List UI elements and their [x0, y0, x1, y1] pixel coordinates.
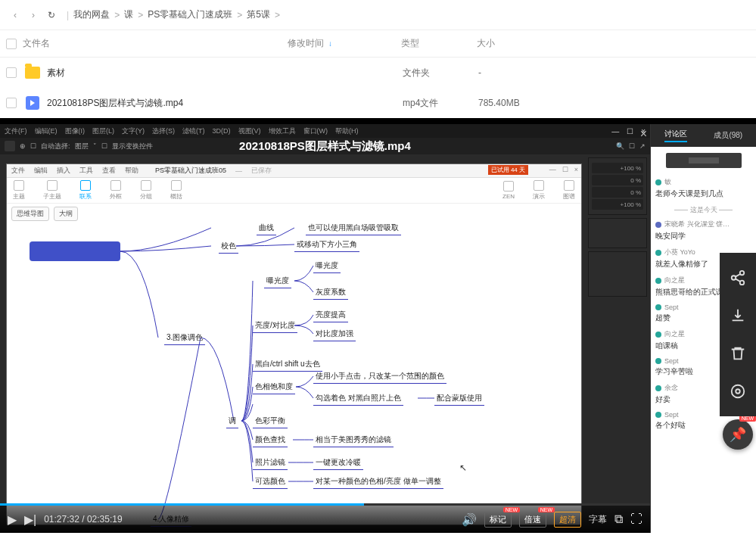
mindmap-node[interactable]: 3.图像调色	[164, 332, 205, 345]
file-name: 20210818PS图层样式与滤镜.mp4	[47, 97, 289, 110]
pip-button[interactable]: ⧉	[614, 512, 623, 526]
player-controls: ▶ ▶| 01:27:32 / 02:35:19 🔊 标记NEW 倍速NEW 超…	[0, 506, 650, 533]
chat-preview	[666, 153, 742, 168]
mindmap-node[interactable]: 对比度加强	[313, 328, 356, 341]
svg-point-1	[732, 276, 736, 280]
move-tool-icon[interactable]	[5, 141, 15, 151]
mindmap-node[interactable]: 灰度系数	[313, 287, 348, 300]
volume-button[interactable]: 🔊	[462, 512, 477, 527]
maximize-icon[interactable]: ☐	[562, 166, 568, 173]
more-button[interactable]	[720, 372, 756, 410]
sort-down-icon: ↓	[328, 39, 332, 48]
minimize-icon[interactable]: —	[549, 166, 556, 173]
mindmap-node[interactable]: 黑白/ctrl shift u去色	[253, 359, 322, 372]
minimize-icon[interactable]: —	[611, 127, 619, 135]
svg-line-4	[736, 279, 740, 282]
close-icon[interactable]: ×	[574, 166, 578, 173]
breadcrumb-item[interactable]: 第5课	[247, 8, 270, 21]
mindmap-node[interactable]: 勾选着色 对黑白照片上色	[313, 393, 403, 406]
ps-menubar: 文件(F)编辑(E)图像(I) 图层(L)文字(Y)选择(S) 滤镜(T)3D(…	[0, 124, 650, 138]
select-all-checkbox[interactable]	[6, 39, 17, 49]
mindmap-node[interactable]: 色彩平衡	[253, 416, 288, 428]
breadcrumb-item[interactable]: 我的网盘	[73, 8, 110, 21]
mindmap-node[interactable]: 相当于美图秀秀的滤镜	[313, 434, 394, 447]
row-checkbox[interactable]	[6, 67, 17, 78]
video-canvas[interactable]: × 文件(F)编辑(E)图像(I) 图层(L)文字(Y)选择(S) 滤镜(T)3…	[0, 124, 650, 533]
mindmap-node[interactable]: 色相饱和度	[253, 381, 295, 394]
breadcrumb: | 我的网盘> 课> PS零基础入门速成班> 第5课>	[67, 8, 280, 21]
vertical-toolbar	[720, 253, 756, 416]
mindmap-node[interactable]: 也可以使用黑白场吸管吸取	[306, 223, 401, 235]
mindmap-node[interactable]: 颜色查找	[253, 434, 288, 447]
video-title: 20210818PS图层样式与滤镜.mp4	[239, 139, 411, 154]
svg-point-2	[740, 281, 745, 285]
refresh-button[interactable]: ↻	[42, 6, 61, 24]
svg-point-0	[740, 271, 745, 276]
pin-button[interactable]: 📌NEW	[723, 419, 753, 450]
ps-properties-panel: +100 % 0 % 0 % +100 %	[588, 157, 647, 297]
mindmap-node[interactable]: 对某一种颜色的色相/亮度 做单一调整	[313, 476, 443, 489]
subtitle-button[interactable]: 字幕	[589, 513, 607, 526]
quality-button[interactable]: 超清	[554, 512, 581, 528]
col-type[interactable]: 类型	[401, 37, 477, 50]
svg-line-3	[736, 274, 740, 277]
tab-mindmap[interactable]: 思维导图	[11, 207, 49, 221]
file-type: mp4文件	[403, 97, 478, 110]
back-button[interactable]: ‹	[6, 6, 24, 24]
file-size: -	[478, 67, 569, 78]
video-file-icon	[26, 96, 39, 110]
tab-discuss[interactable]: 讨论区	[664, 129, 687, 142]
breadcrumb-item[interactable]: PS零基础入门速成班	[148, 8, 232, 21]
folder-icon	[25, 67, 40, 79]
next-button[interactable]: ▶|	[24, 512, 36, 527]
mindmap-node[interactable]: 曝光度	[264, 276, 291, 288]
mindmap-node[interactable]: 调	[226, 416, 238, 428]
mindmap-node[interactable]: 配合蒙版使用	[434, 393, 484, 406]
file-table-header: 文件名 修改时间↓ 类型 大小	[0, 30, 756, 58]
mindmap-node[interactable]: 使用小手点击，只改某一个范围的颜色	[313, 371, 446, 384]
mindmap-node[interactable]: 亮度提高	[313, 310, 348, 322]
cursor-icon: ↖	[459, 462, 467, 473]
maximize-icon[interactable]: ☐	[627, 127, 633, 135]
table-row[interactable]: 20210818PS图层样式与滤镜.mp4 mp4文件 785.40MB	[0, 88, 756, 118]
forward-button[interactable]: ›	[24, 6, 42, 24]
speed-button[interactable]: 倍速NEW	[519, 512, 546, 528]
mindmap-node[interactable]: 曝光度	[313, 260, 341, 273]
mark-button[interactable]: 标记NEW	[484, 512, 512, 528]
tab-outline[interactable]: 大纲	[54, 207, 78, 221]
file-browser-topbar: ‹ › ↻ | 我的网盘> 课> PS零基础入门速成班> 第5课>	[0, 0, 756, 30]
video-player: × 文件(F)编辑(E)图像(I) 图层(L)文字(Y)选择(S) 滤镜(T)3…	[0, 124, 756, 533]
fullscreen-button[interactable]: ⛶	[630, 512, 642, 526]
close-button[interactable]: ×	[640, 127, 647, 141]
row-checkbox[interactable]	[6, 98, 17, 108]
file-type: 文件夹	[403, 67, 478, 79]
mindmap-node[interactable]: 一键更改冷暖	[313, 457, 363, 470]
file-name: 素材	[47, 67, 289, 79]
mindmap-node[interactable]: 照片滤镜	[253, 457, 288, 470]
mindmap-node[interactable]: 可选颜色	[253, 476, 288, 489]
time-display: 01:27:32 / 02:35:19	[44, 514, 122, 525]
col-size[interactable]: 大小	[477, 37, 568, 50]
col-mtime[interactable]: 修改时间↓	[288, 37, 401, 50]
file-size: 785.40MB	[478, 98, 569, 108]
tab-members[interactable]: 成员(98)	[714, 130, 742, 141]
play-button[interactable]: ▶	[8, 512, 17, 527]
mindmap-root[interactable]	[30, 241, 120, 261]
col-name[interactable]: 文件名	[23, 37, 288, 50]
download-button[interactable]	[720, 297, 756, 335]
mindmap-node[interactable]: 亮度/对比度	[253, 320, 297, 333]
delete-button[interactable]	[720, 335, 756, 372]
share-button[interactable]	[720, 259, 756, 297]
table-row[interactable]: 素材 文件夹 -	[0, 58, 756, 88]
mindmap-toolbar: 主题 子主题 联系 外框 分组 概括 ZEN 演示 图谱	[7, 178, 581, 204]
search-icon[interactable]: 🔍	[616, 142, 624, 150]
mindmap-node[interactable]: 或移动下方小三角	[294, 239, 359, 252]
mindmap-node[interactable]: 校色	[219, 241, 238, 254]
svg-point-6	[736, 389, 740, 394]
mindmap-window: 文件编辑 插入工具 查看帮助 PS零基础入门速成班05 —已保存 已试用 44 …	[6, 163, 582, 525]
trial-badge: 已试用 44 天	[488, 165, 528, 175]
mindmap-node[interactable]: 曲线	[257, 223, 276, 235]
svg-point-5	[732, 385, 745, 398]
breadcrumb-item[interactable]: 课	[124, 8, 133, 21]
